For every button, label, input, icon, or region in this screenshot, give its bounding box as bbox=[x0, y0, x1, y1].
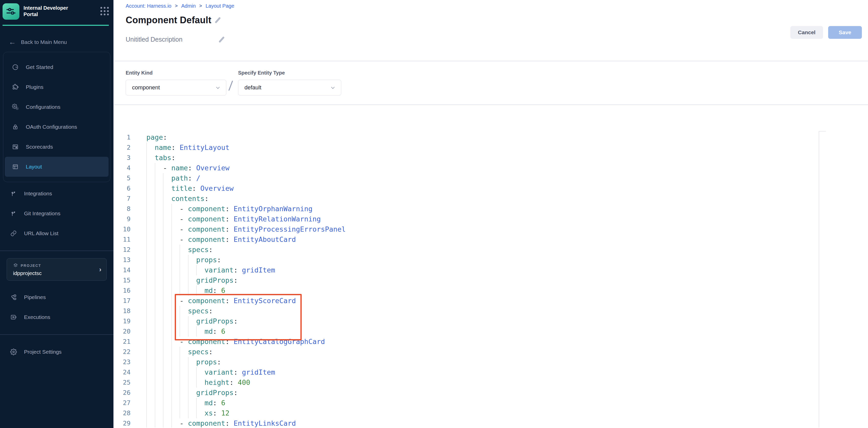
sidebar-item-project-settings[interactable]: Project Settings bbox=[3, 342, 110, 362]
indent-guide bbox=[172, 398, 172, 408]
indent-guide bbox=[172, 275, 172, 286]
line-number: 11 bbox=[114, 234, 146, 245]
indent-guide bbox=[146, 296, 147, 306]
indent-guide bbox=[163, 408, 163, 418]
edit-description-pencil-icon[interactable] bbox=[219, 36, 225, 43]
line-number: 20 bbox=[114, 326, 146, 337]
code-line-text: md: 6 bbox=[146, 398, 868, 408]
indent-guide bbox=[196, 398, 197, 408]
code-line: 29 - component: EntityLinksCard bbox=[114, 418, 868, 427]
editor-scrollbar[interactable] bbox=[819, 131, 826, 427]
indent-guide bbox=[163, 316, 163, 326]
indent-guide bbox=[172, 234, 172, 245]
indent-guide bbox=[188, 255, 188, 265]
back-to-main-menu[interactable]: ← Back to Main Menu bbox=[9, 39, 114, 45]
code-line: 5 path: / bbox=[114, 173, 868, 183]
sidebar-item-url-allow-list[interactable]: URL Allow List bbox=[3, 224, 110, 243]
line-number: 4 bbox=[114, 163, 146, 173]
indent-guide bbox=[146, 337, 147, 347]
indent-guide bbox=[146, 224, 147, 234]
line-number: 6 bbox=[114, 183, 146, 194]
entity-kind-select[interactable]: component bbox=[126, 80, 226, 96]
indent-guide bbox=[163, 214, 163, 224]
filter-slash-divider: / bbox=[228, 78, 234, 94]
save-button[interactable]: Save bbox=[828, 26, 862, 39]
indent-guide bbox=[146, 316, 147, 326]
indent-guide bbox=[155, 377, 155, 388]
code-line: 10 - component: EntityProcessingErrorsPa… bbox=[114, 224, 868, 234]
sidebar-item-label: Layout bbox=[26, 164, 42, 170]
indent-guide bbox=[146, 408, 147, 418]
code-line-text: - component: EntityScoreCard bbox=[146, 296, 868, 306]
sidebar-item-configurations[interactable]: Configurations bbox=[5, 97, 108, 117]
code-line-text: specs: bbox=[146, 306, 868, 316]
indent-guide bbox=[196, 326, 197, 337]
indent-guide bbox=[180, 275, 180, 286]
indent-guide bbox=[163, 306, 163, 316]
sidebar-item-integrations[interactable]: Integrations bbox=[3, 184, 110, 203]
indent-guide bbox=[146, 347, 147, 357]
sidebar: Internal Developer Portal ← Back to Main… bbox=[0, 0, 114, 428]
cancel-button[interactable]: Cancel bbox=[790, 26, 823, 39]
project-selector[interactable]: PROJECT idpprojectsc › bbox=[7, 258, 107, 281]
indent-guide bbox=[163, 245, 163, 255]
sidebar-item-oauth-configurations[interactable]: OAuth Configurations bbox=[5, 117, 108, 137]
breadcrumb-link[interactable]: Account: Harness.io bbox=[126, 3, 172, 9]
line-number: 24 bbox=[114, 367, 146, 377]
code-line-text: height: 400 bbox=[146, 377, 868, 388]
sidebar-item-pipelines[interactable]: Pipelines bbox=[3, 287, 110, 307]
sidebar-item-plugins[interactable]: Plugins bbox=[5, 77, 108, 97]
breadcrumb-link[interactable]: Admin bbox=[181, 3, 196, 9]
line-number: 29 bbox=[114, 418, 146, 427]
indent-guide bbox=[155, 265, 155, 275]
sidebar-item-get-started[interactable]: Get Started bbox=[5, 57, 108, 77]
indent-guide bbox=[188, 326, 188, 337]
yaml-code-editor[interactable]: 1page:2 name: EntityLayout3 tabs:4 - nam… bbox=[114, 105, 868, 427]
scorecard-icon bbox=[12, 143, 19, 150]
indent-guide bbox=[163, 286, 163, 296]
code-line-text: - component: EntityProcessingErrorsPanel bbox=[146, 224, 868, 234]
module-grid-icon[interactable] bbox=[100, 7, 109, 15]
indent-guide bbox=[155, 163, 155, 173]
sidebar-item-scorecards[interactable]: Scorecards bbox=[5, 137, 108, 157]
line-number: 27 bbox=[114, 398, 146, 408]
sidebar-nav-secondary: IntegrationsGit IntegrationsURL Allow Li… bbox=[3, 184, 110, 243]
indent-guide bbox=[163, 275, 163, 286]
indent-guide bbox=[155, 306, 155, 316]
indent-guide bbox=[180, 265, 180, 275]
indent-guide bbox=[188, 265, 188, 275]
line-number: 9 bbox=[114, 214, 146, 224]
sidebar-item-label: URL Allow List bbox=[24, 230, 59, 236]
idp-logo-icon bbox=[6, 6, 16, 17]
code-line-text: contents: bbox=[146, 194, 868, 204]
indent-guide bbox=[196, 377, 197, 388]
indent-guide bbox=[155, 194, 155, 204]
indent-guide bbox=[155, 245, 155, 255]
indent-guide bbox=[155, 275, 155, 286]
code-line: 26 gridProps: bbox=[114, 388, 868, 398]
line-number: 15 bbox=[114, 275, 146, 286]
code-line-text: gridProps: bbox=[146, 275, 868, 286]
breadcrumb-link[interactable]: Layout Page bbox=[206, 3, 234, 9]
code-line: 7 contents: bbox=[114, 194, 868, 204]
indent-guide bbox=[172, 377, 172, 388]
code-line-text: specs: bbox=[146, 347, 868, 357]
sidebar-item-executions[interactable]: Executions bbox=[3, 307, 110, 327]
indent-guide bbox=[146, 326, 147, 337]
indent-guide bbox=[180, 306, 180, 316]
indent-guide bbox=[196, 367, 197, 377]
indent-guide bbox=[180, 377, 180, 388]
code-line-text: props: bbox=[146, 357, 868, 367]
sidebar-item-layout[interactable]: Layout bbox=[5, 157, 108, 177]
indent-guide bbox=[155, 234, 155, 245]
indent-guide bbox=[172, 255, 172, 265]
line-number: 28 bbox=[114, 408, 146, 418]
code-line-text: gridProps: bbox=[146, 388, 868, 398]
edit-title-pencil-icon[interactable] bbox=[215, 17, 221, 23]
indent-guide bbox=[163, 326, 163, 337]
indent-guide bbox=[188, 408, 188, 418]
indent-guide bbox=[155, 224, 155, 234]
sidebar-item-git-integrations[interactable]: Git Integrations bbox=[3, 203, 110, 224]
line-number: 10 bbox=[114, 224, 146, 234]
entity-type-select[interactable]: default bbox=[238, 80, 341, 96]
